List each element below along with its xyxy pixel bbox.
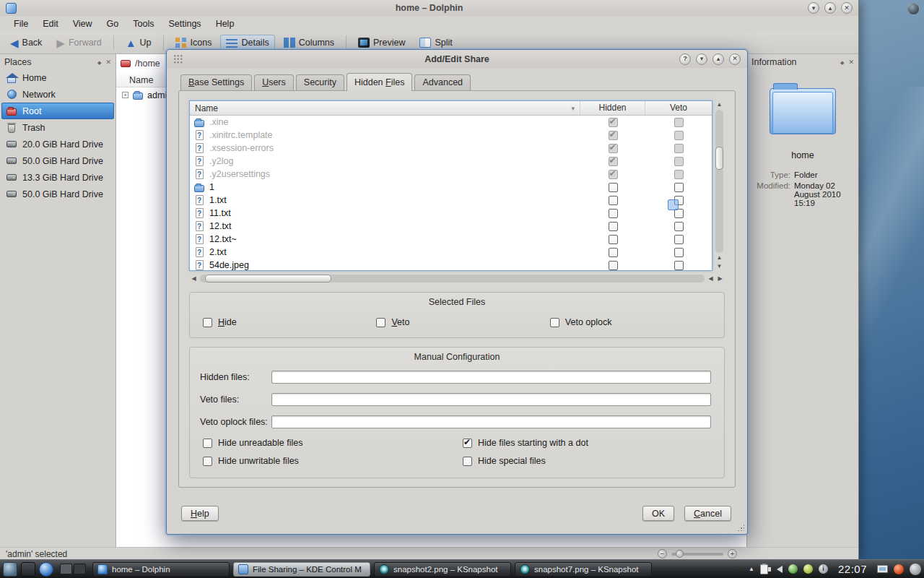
scroll-right-icon[interactable] <box>715 275 725 283</box>
panel-float-icon[interactable] <box>97 59 101 66</box>
place-item[interactable]: 13.3 GiB Hard Drive <box>1 169 114 186</box>
hidden-checkbox[interactable] <box>609 209 618 218</box>
checkbox-option[interactable]: Hide unwritable files <box>203 456 463 466</box>
veto-checkbox[interactable] <box>674 157 684 166</box>
checkbox-option[interactable]: Hide special files <box>463 456 711 466</box>
option-checkbox[interactable] <box>463 439 472 448</box>
panel-cashew-icon[interactable] <box>910 564 921 575</box>
veto-checkbox[interactable] <box>674 144 684 153</box>
checkbox-option[interactable]: Veto <box>376 317 549 327</box>
option-checkbox[interactable] <box>550 318 559 327</box>
close-icon[interactable] <box>729 53 741 65</box>
preview-button[interactable]: Preview <box>352 35 411 51</box>
scroll-up-icon[interactable] <box>715 100 724 109</box>
cancel-button[interactable]: Cancel <box>684 506 731 521</box>
scroll-up-icon[interactable] <box>715 254 724 262</box>
place-item[interactable]: Home <box>1 69 114 86</box>
veto-checkbox[interactable] <box>674 261 684 270</box>
scroll-down-icon[interactable] <box>715 262 724 271</box>
menu-item[interactable]: Edit <box>36 17 65 30</box>
menu-item[interactable]: File <box>7 17 35 30</box>
panel-close-icon[interactable] <box>848 59 854 66</box>
back-button[interactable]: ◀Back <box>4 35 48 51</box>
text-field[interactable] <box>271 415 711 428</box>
dialog-titlebar[interactable]: Add/Edit Share <box>167 50 747 68</box>
dialog-tab[interactable]: Users <box>254 74 294 90</box>
hidden-checkbox[interactable] <box>609 261 618 270</box>
updates-icon[interactable] <box>894 564 904 574</box>
dialog-tab[interactable]: Advanced <box>414 74 471 90</box>
ok-button[interactable]: OK <box>642 506 674 521</box>
device-notifier-icon[interactable] <box>819 564 828 574</box>
task-button[interactable]: File Sharing – KDE Control M <box>233 562 370 577</box>
hidden-checkbox[interactable] <box>609 144 618 153</box>
text-field[interactable] <box>271 371 711 384</box>
file-row[interactable]: .y2log <box>190 155 712 168</box>
option-checkbox[interactable] <box>203 457 212 466</box>
close-icon[interactable] <box>841 2 853 14</box>
scrollbar-thumb[interactable] <box>205 275 331 282</box>
panel-float-icon[interactable] <box>840 59 844 66</box>
file-row[interactable]: 1 <box>190 181 712 194</box>
place-item[interactable]: 20.0 GiB Hard Drive <box>1 136 114 152</box>
scrollbar-track[interactable] <box>200 275 705 282</box>
dialog-tab[interactable]: Hidden Files <box>346 73 413 91</box>
option-checkbox[interactable] <box>203 439 212 448</box>
file-row[interactable]: 2.txt <box>190 246 712 259</box>
clock[interactable]: 22:07 <box>838 563 867 575</box>
place-item[interactable]: 50.0 GiB Hard Drive <box>1 186 114 202</box>
dialog-tab[interactable]: Security <box>296 74 344 90</box>
place-item[interactable]: Network <box>1 86 114 103</box>
zoom-slider[interactable] <box>671 553 723 556</box>
details-view-button[interactable]: Details <box>220 35 274 51</box>
zoom-in-icon[interactable]: + <box>728 549 737 558</box>
hidden-checkbox[interactable] <box>609 157 618 166</box>
panel-close-icon[interactable] <box>105 59 111 66</box>
horizontal-scrollbar[interactable] <box>189 274 725 283</box>
app-launcher-icon[interactable] <box>3 562 17 577</box>
scroll-left-icon[interactable] <box>706 275 715 283</box>
hidden-checkbox[interactable] <box>609 196 618 205</box>
checkbox-option[interactable]: Hide files starting with a dot <box>463 438 711 448</box>
veto-checkbox[interactable] <box>674 235 684 244</box>
veto-checkbox[interactable] <box>674 170 684 179</box>
hidden-checkbox[interactable] <box>609 222 618 231</box>
checkbox-option[interactable]: Hide unreadable files <box>203 438 463 448</box>
vertical-scrollbar[interactable] <box>714 100 725 271</box>
name-column-header[interactable]: Name <box>190 101 580 115</box>
scrollbar-track[interactable] <box>715 110 723 253</box>
power-status-icon[interactable] <box>803 564 813 574</box>
clipboard-icon[interactable] <box>760 564 768 574</box>
menu-item[interactable]: Go <box>100 17 126 30</box>
file-row[interactable]: .y2usersettings <box>190 168 712 181</box>
task-button[interactable]: snapshot7.png – KSnapshot <box>515 562 652 577</box>
task-button[interactable]: home – Dolphin <box>92 562 230 577</box>
place-item[interactable]: Trash <box>1 119 114 136</box>
menu-item[interactable]: View <box>66 17 99 30</box>
menu-item[interactable]: Help <box>209 17 241 30</box>
minimize-icon[interactable] <box>696 53 707 65</box>
help-button[interactable]: Help <box>181 506 219 521</box>
file-row[interactable]: .xsession-errors <box>190 142 712 155</box>
hidden-checkbox[interactable] <box>609 131 618 140</box>
root-crumb-icon[interactable] <box>121 60 131 67</box>
option-checkbox[interactable] <box>203 318 212 327</box>
dolphin-titlebar[interactable]: home – Dolphin <box>0 0 858 16</box>
checkbox-option[interactable]: Veto oplock <box>550 317 723 327</box>
show-desktop-icon[interactable] <box>21 562 35 577</box>
expander-icon[interactable] <box>122 92 128 98</box>
web-browser-icon[interactable] <box>39 562 53 577</box>
zoom-out-icon[interactable]: − <box>658 549 667 558</box>
veto-checkbox[interactable] <box>674 222 684 231</box>
file-row[interactable]: 54de.jpeg <box>190 259 712 270</box>
resize-grip[interactable] <box>737 524 744 531</box>
minimize-icon[interactable] <box>808 2 819 14</box>
hidden-checkbox[interactable] <box>609 118 618 127</box>
place-item[interactable]: Root <box>1 103 114 119</box>
hidden-checkbox[interactable] <box>609 170 618 179</box>
dialog-tab[interactable]: Base Settings <box>180 74 252 90</box>
icons-view-button[interactable]: Icons <box>170 35 218 51</box>
maximize-icon[interactable] <box>824 2 836 14</box>
location-path[interactable]: /home <box>135 59 160 69</box>
file-row[interactable]: .xinitrc.template <box>190 129 712 142</box>
